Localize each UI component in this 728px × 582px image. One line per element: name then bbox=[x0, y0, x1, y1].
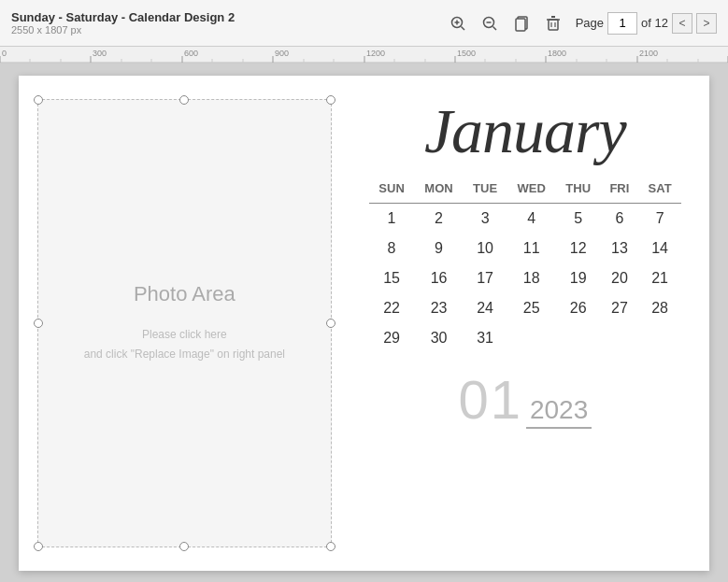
delete-button[interactable] bbox=[540, 10, 566, 36]
main-area: Photo Area Please click here and click "… bbox=[0, 64, 728, 582]
zoom-in-button[interactable] bbox=[445, 10, 471, 36]
calendar-day: 12 bbox=[556, 234, 601, 263]
calendar-week-row: 15161718192021 bbox=[369, 263, 681, 293]
month-number: 01 bbox=[458, 368, 522, 431]
calendar-day: 21 bbox=[638, 263, 681, 293]
calendar-day: 2 bbox=[414, 203, 463, 234]
calendar-day: 16 bbox=[414, 263, 463, 293]
calendar-grid: SUN MON TUE WED THU FRI SAT 123456789101… bbox=[369, 177, 681, 353]
calendar-day: 22 bbox=[369, 293, 415, 323]
ruler-canvas bbox=[0, 47, 728, 64]
calendar-day: 6 bbox=[601, 203, 639, 234]
svg-rect-8 bbox=[516, 19, 525, 31]
calendar-day: 9 bbox=[414, 234, 463, 263]
calendar-week-row: 1234567 bbox=[369, 203, 681, 234]
svg-line-1 bbox=[461, 26, 464, 30]
photo-hint-line1: Please click here bbox=[142, 328, 227, 341]
calendar-day: 11 bbox=[507, 234, 556, 263]
ruler bbox=[0, 47, 728, 64]
calendar-day: 28 bbox=[638, 293, 681, 323]
toolbar-title: Sunday - Saturday - Calendar Design 2 25… bbox=[11, 10, 235, 35]
day-header-sun: SUN bbox=[369, 177, 415, 204]
calendar-day bbox=[638, 323, 681, 353]
calendar-day: 5 bbox=[556, 203, 601, 234]
copy-button[interactable] bbox=[508, 10, 535, 36]
photo-hint-line2: and click "Replace Image" on right panel bbox=[84, 348, 285, 361]
page-navigation: Page of 12 < > bbox=[576, 12, 717, 35]
resize-handle-bl[interactable] bbox=[34, 542, 43, 551]
calendar-day: 27 bbox=[601, 293, 639, 323]
calendar-day bbox=[556, 323, 601, 353]
calendar-week-row: 22232425262728 bbox=[369, 293, 681, 323]
calendar-day: 17 bbox=[464, 263, 507, 293]
calendar-day: 24 bbox=[464, 293, 507, 323]
resize-handle-mr[interactable] bbox=[326, 319, 335, 328]
calendar-day: 13 bbox=[601, 234, 639, 263]
page-number-input[interactable] bbox=[607, 12, 637, 35]
year-number: 2023 bbox=[526, 395, 592, 429]
calendar-day: 1 bbox=[369, 203, 415, 234]
calendar-day: 20 bbox=[601, 263, 639, 293]
calendar-header-row: SUN MON TUE WED THU FRI SAT bbox=[369, 177, 681, 204]
svg-line-5 bbox=[492, 26, 496, 30]
day-header-wed: WED bbox=[507, 177, 556, 204]
calendar-day: 10 bbox=[464, 234, 507, 263]
calendar-week-row: 891011121314 bbox=[369, 234, 681, 263]
resize-handle-ml[interactable] bbox=[34, 319, 43, 328]
calendar-week-row: 293031 bbox=[369, 323, 681, 353]
calendar-right: January SUN MON TUE WED THU FRI SAT bbox=[350, 76, 709, 571]
calendar-day: 3 bbox=[464, 203, 507, 234]
calendar-day bbox=[507, 323, 556, 353]
calendar-day: 29 bbox=[369, 323, 415, 353]
resize-handle-bc[interactable] bbox=[179, 542, 189, 551]
resize-handle-tr[interactable] bbox=[326, 95, 335, 105]
day-header-sat: SAT bbox=[638, 177, 681, 204]
photo-area-box[interactable]: Photo Area Please click here and click "… bbox=[37, 99, 332, 547]
photo-area-container: Photo Area Please click here and click "… bbox=[19, 76, 350, 571]
zoom-out-button[interactable] bbox=[477, 10, 503, 36]
resize-handle-tl[interactable] bbox=[34, 95, 43, 105]
photo-area-hint: Please click here and click "Replace Ima… bbox=[84, 325, 285, 363]
resize-handle-br[interactable] bbox=[326, 542, 335, 551]
resize-handle-tc[interactable] bbox=[179, 95, 189, 105]
calendar-body: 1234567891011121314151617181920212223242… bbox=[369, 203, 681, 353]
calendar-day bbox=[601, 323, 639, 353]
canvas-area: Photo Area Please click here and click "… bbox=[0, 64, 728, 582]
toolbar-actions bbox=[445, 10, 566, 36]
calendar-day: 23 bbox=[414, 293, 463, 323]
photo-area-label: Photo Area bbox=[134, 282, 236, 306]
month-year-display: 01 2023 bbox=[458, 368, 592, 431]
next-page-button[interactable]: > bbox=[696, 13, 717, 34]
day-header-thu: THU bbox=[556, 177, 601, 204]
document-dimensions: 2550 x 1807 px bbox=[11, 24, 235, 35]
calendar-day: 18 bbox=[507, 263, 556, 293]
calendar-day: 26 bbox=[556, 293, 601, 323]
day-header-mon: MON bbox=[414, 177, 463, 204]
page-of-text: of 12 bbox=[641, 16, 668, 30]
month-title: January bbox=[424, 94, 626, 168]
calendar-day: 19 bbox=[556, 263, 601, 293]
document-title: Sunday - Saturday - Calendar Design 2 bbox=[11, 10, 235, 24]
calendar-day: 15 bbox=[369, 263, 415, 293]
day-header-fri: FRI bbox=[601, 177, 639, 204]
calendar-day: 8 bbox=[369, 234, 415, 263]
calendar-day: 14 bbox=[638, 234, 681, 263]
toolbar: Sunday - Saturday - Calendar Design 2 25… bbox=[0, 0, 728, 47]
calendar-day: 30 bbox=[414, 323, 463, 353]
calendar-day: 4 bbox=[507, 203, 556, 234]
calendar-day: 7 bbox=[638, 203, 681, 234]
prev-page-button[interactable]: < bbox=[672, 13, 692, 34]
svg-rect-9 bbox=[549, 20, 558, 30]
page-label: Page bbox=[576, 16, 604, 30]
day-header-tue: TUE bbox=[464, 177, 507, 204]
calendar-day: 31 bbox=[464, 323, 507, 353]
calendar-page: Photo Area Please click here and click "… bbox=[19, 76, 709, 571]
calendar-day: 25 bbox=[507, 293, 556, 323]
